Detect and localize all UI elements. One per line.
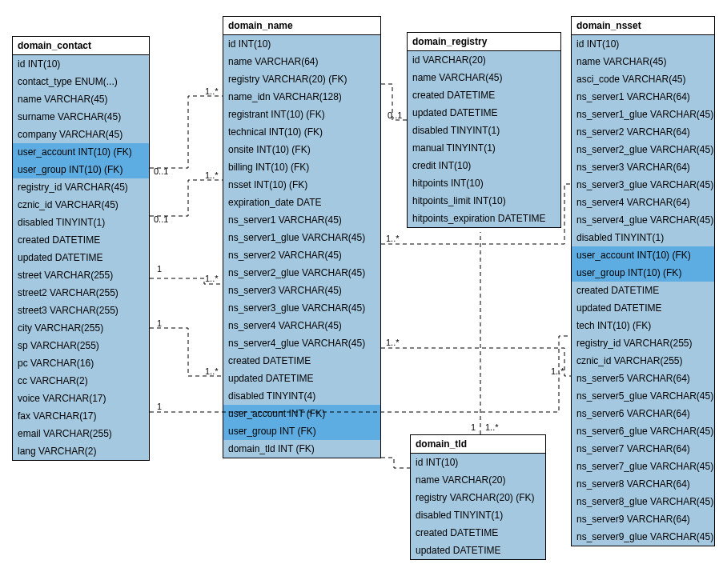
column-row: created DATETIME	[411, 524, 545, 542]
column-row: user_account INT(10) (FK)	[572, 246, 714, 264]
column-row: ns_server6_glue VARCHAR(45)	[572, 422, 714, 440]
column-row: ns_server5_glue VARCHAR(45)	[572, 387, 714, 405]
column-row: created DATETIME	[572, 282, 714, 299]
column-row: disabled TINYINT(1)	[13, 214, 149, 231]
column-row: ns_server3_glue VARCHAR(45)	[572, 176, 714, 194]
column-row: id INT(10)	[411, 454, 545, 471]
card-label: 1	[157, 402, 162, 411]
column-row: created DATETIME	[223, 352, 380, 370]
column-row: ns_server4 VARCHAR(64)	[572, 194, 714, 211]
column-row: disabled TINYINT(1)	[411, 506, 545, 524]
card-label: 1..*	[205, 274, 219, 283]
column-row: id INT(10)	[13, 55, 149, 73]
entity-domain-contact: domain_contact id INT(10)contact_type EN…	[12, 36, 150, 461]
card-label: 1..*	[386, 234, 400, 243]
column-row: cznic_id VARCHAR(255)	[572, 352, 714, 370]
column-row: user_account INT(10) (FK)	[13, 143, 149, 161]
column-row: updated DATETIME	[411, 542, 545, 559]
column-row: fax VARCHAR(17)	[13, 407, 149, 425]
column-row: pc VARCHAR(16)	[13, 354, 149, 372]
column-row: ns_server4_glue VARCHAR(45)	[223, 334, 380, 352]
column-row: id VARCHAR(20)	[408, 51, 560, 69]
column-row: created DATETIME	[13, 231, 149, 249]
card-label: 0..1	[154, 166, 168, 176]
column-row: street VARCHAR(255)	[13, 266, 149, 284]
column-row: registry VARCHAR(20) (FK)	[223, 70, 380, 88]
card-label: 1	[157, 264, 162, 274]
entity-domain-tld: domain_tld id INT(10)name VARCHAR(20)reg…	[410, 434, 546, 560]
card-label: 1..*	[551, 366, 564, 376]
column-row: ns_server4_glue VARCHAR(45)	[572, 211, 714, 229]
column-row: company VARCHAR(45)	[13, 126, 149, 143]
column-row: expiration_date DATE	[223, 194, 380, 211]
column-row: name VARCHAR(45)	[408, 69, 560, 86]
entity-domain-nsset: domain_nsset id INT(10)name VARCHAR(45)a…	[571, 16, 715, 546]
column-row: ns_server1_glue VARCHAR(45)	[572, 106, 714, 123]
column-row: cc VARCHAR(2)	[13, 372, 149, 390]
column-row: updated DATETIME	[223, 370, 380, 387]
column-row: contact_type ENUM(...)	[13, 73, 149, 90]
card-label: 0..1	[388, 110, 402, 120]
column-row: ns_server3_glue VARCHAR(45)	[223, 299, 380, 317]
entity-title: domain_contact	[13, 37, 149, 55]
card-label: 1	[157, 318, 162, 328]
column-row: hitpoints_limit INT(10)	[408, 192, 560, 210]
column-row: ns_server2_glue VARCHAR(45)	[223, 264, 380, 282]
column-row: name VARCHAR(64)	[223, 53, 380, 70]
column-row: street2 VARCHAR(255)	[13, 284, 149, 302]
column-row: user_group INT(10) (FK)	[13, 161, 149, 178]
entity-columns: id INT(10)name VARCHAR(64)registry VARCH…	[223, 35, 380, 458]
column-row: name VARCHAR(45)	[572, 53, 714, 70]
column-row: hitpoints_expiration DATETIME	[408, 210, 560, 227]
card-label: 1..*	[205, 86, 219, 96]
entity-columns: id INT(10)contact_type ENUM(...)name VAR…	[13, 55, 149, 460]
column-row: ns_server6 VARCHAR(64)	[572, 405, 714, 422]
column-row: user_group INT (FK)	[223, 422, 380, 440]
column-row: nsset INT(10) (FK)	[223, 176, 380, 194]
column-row: registry_id VARCHAR(255)	[572, 334, 714, 352]
column-row: lang VARCHAR(2)	[13, 442, 149, 460]
entity-domain-name: domain_name id INT(10)name VARCHAR(64)re…	[223, 16, 381, 458]
column-row: ns_server3 VARCHAR(64)	[572, 158, 714, 176]
column-row: ns_server1 VARCHAR(64)	[572, 88, 714, 106]
entity-title: domain_tld	[411, 435, 545, 454]
column-row: asci_code VARCHAR(45)	[572, 70, 714, 88]
column-row: ns_server7_glue VARCHAR(45)	[572, 458, 714, 475]
entity-columns: id INT(10)name VARCHAR(45)asci_code VARC…	[572, 35, 714, 546]
column-row: sp VARCHAR(255)	[13, 337, 149, 354]
column-row: ns_server1_glue VARCHAR(45)	[223, 229, 380, 246]
entity-columns: id INT(10)name VARCHAR(20)registry VARCH…	[411, 454, 545, 559]
column-row: billing INT(10) (FK)	[223, 158, 380, 176]
column-row: technical INT(10) (FK)	[223, 123, 380, 141]
entity-title: domain_registry	[408, 33, 560, 51]
column-row: ns_server7 VARCHAR(64)	[572, 440, 714, 458]
column-row: ns_server3 VARCHAR(45)	[223, 282, 380, 299]
entity-title: domain_name	[223, 17, 380, 35]
column-row: updated DATETIME	[572, 299, 714, 317]
entity-columns: id VARCHAR(20)name VARCHAR(45)created DA…	[408, 51, 560, 227]
entity-title: domain_nsset	[572, 17, 714, 35]
column-row: disabled TINYINT(1)	[408, 122, 560, 139]
column-row: disabled TINYINT(4)	[223, 387, 380, 405]
column-row: ns_server9_glue VARCHAR(45)	[572, 528, 714, 546]
column-row: onsite INT(10) (FK)	[223, 141, 380, 158]
column-row: voice VARCHAR(17)	[13, 390, 149, 407]
column-row: surname VARCHAR(45)	[13, 108, 149, 126]
card-label: 1	[471, 422, 476, 432]
column-row: name VARCHAR(20)	[411, 471, 545, 489]
column-row: user_account INT (FK)	[223, 405, 380, 422]
column-row: credit INT(10)	[408, 157, 560, 174]
column-row: cznic_id VARCHAR(45)	[13, 196, 149, 214]
column-row: ns_server1 VARCHAR(45)	[223, 211, 380, 229]
column-row: tech INT(10) (FK)	[572, 317, 714, 334]
column-row: ns_server8_glue VARCHAR(45)	[572, 493, 714, 510]
column-row: updated DATETIME	[13, 249, 149, 266]
column-row: disabled TINYINT(1)	[572, 229, 714, 246]
column-row: email VARCHAR(255)	[13, 425, 149, 442]
card-label: 1..*	[205, 170, 219, 180]
card-label: 1..*	[386, 338, 400, 347]
column-row: ns_server9 VARCHAR(64)	[572, 510, 714, 528]
column-row: user_group INT(10) (FK)	[572, 264, 714, 282]
card-label: 1..*	[205, 366, 219, 376]
column-row: registry VARCHAR(20) (FK)	[411, 489, 545, 506]
